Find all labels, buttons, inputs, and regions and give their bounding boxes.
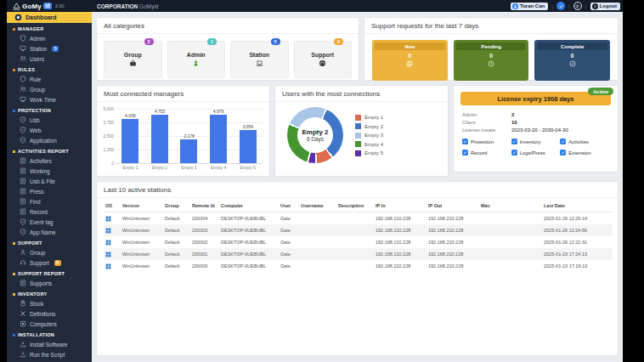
sidebar-section-activities-report: ACTIVITIES REPORT bbox=[7, 145, 92, 156]
cell-remote-id: 200000 bbox=[190, 260, 219, 272]
cell-version: WinUnknown bbox=[121, 260, 163, 272]
shield-check-icon bbox=[20, 116, 26, 123]
sidebar-item-badge: 0 bbox=[54, 260, 61, 266]
sidebar-item-application[interactable]: Application bbox=[7, 135, 92, 145]
cell-username bbox=[299, 212, 336, 225]
column-header-mac[interactable]: Mac bbox=[479, 200, 542, 212]
sidebar-item-install-software[interactable]: Install Software bbox=[7, 339, 92, 349]
column-header-os[interactable]: OS bbox=[104, 200, 121, 212]
app-logo[interactable]: GoMy id 3.60 bbox=[7, 3, 92, 10]
active-stations-card: Last 10 active stations OSVersionGroupRe… bbox=[96, 181, 619, 356]
category-tile-group[interactable]: 2Group bbox=[104, 41, 162, 78]
report-icon bbox=[20, 157, 26, 164]
managers-chart-title: Most connected managers bbox=[97, 86, 269, 102]
logout-button[interactable]: Logout bbox=[590, 3, 620, 10]
sidebar-item-label: Group bbox=[30, 250, 45, 256]
sidebar-item-badge: 5 bbox=[52, 46, 59, 52]
sidebar-item-computers[interactable]: Computers bbox=[7, 319, 92, 329]
sidebar-item-group[interactable]: Group bbox=[7, 247, 92, 257]
sidebar-item-activities[interactable]: Activities bbox=[7, 156, 92, 166]
column-header-group[interactable]: Group bbox=[163, 200, 190, 212]
cell-description bbox=[336, 236, 374, 248]
sidebar-item-definitions[interactable]: Definitions bbox=[7, 308, 92, 319]
checkbox-checked-icon[interactable] bbox=[560, 139, 566, 144]
cell-version: WinUnknown bbox=[121, 248, 163, 260]
column-header-version[interactable]: Version bbox=[121, 200, 163, 212]
sidebar-item-label: App Name bbox=[30, 229, 56, 235]
sidebar-item-event-tag[interactable]: Event tag bbox=[7, 217, 92, 227]
cell-ip-out: 192.168.210.228 bbox=[427, 224, 479, 236]
column-header-last-date[interactable]: Last Date bbox=[542, 200, 613, 212]
category-tile-support[interactable]: 0Support bbox=[294, 41, 353, 78]
os-windows-icon bbox=[104, 248, 121, 260]
cell-computer: DESKTOP-0UEBUBL bbox=[219, 212, 279, 225]
cell-mac bbox=[479, 224, 542, 236]
sidebar-item-stock[interactable]: Stock bbox=[7, 298, 92, 308]
column-header-ip-in[interactable]: IP In bbox=[374, 200, 427, 212]
table-row[interactable]: WinUnknownDefault200003DESKTOP-0UEBUBLGa… bbox=[104, 224, 613, 236]
support-tile-new[interactable]: New0 bbox=[372, 40, 448, 81]
checkbox-checked-icon[interactable] bbox=[560, 150, 566, 156]
column-header-remote-id[interactable]: Remote Id bbox=[190, 200, 219, 212]
checkbox-checked-icon[interactable] bbox=[511, 150, 517, 156]
support-tile-pending[interactable]: Pending0 bbox=[454, 40, 529, 81]
table-row[interactable]: WinUnknownDefault200004DESKTOP-0UEBUBLGa… bbox=[104, 212, 613, 225]
table-row[interactable]: WinUnknownDefault200000DESKTOP-0UEBUBLGa… bbox=[104, 260, 613, 272]
sidebar-section-support: SUPPORT bbox=[7, 237, 92, 247]
column-header-user[interactable]: User bbox=[279, 200, 299, 212]
category-tile-station[interactable]: 5Station bbox=[230, 41, 289, 78]
checkbox-checked-icon[interactable] bbox=[511, 139, 517, 144]
bar-rect[interactable] bbox=[180, 139, 197, 163]
section-dot bbox=[13, 28, 15, 31]
sidebar-item-usb[interactable]: Usb bbox=[7, 115, 92, 125]
sidebar-item-app-name[interactable]: App Name bbox=[7, 227, 92, 237]
sidebar-section-label: SUPPORT REPORT bbox=[18, 271, 65, 276]
sidebar-item-support[interactable]: Support0 bbox=[7, 257, 92, 268]
sidebar-item-rule[interactable]: Rule bbox=[7, 74, 92, 84]
sidebar-item-working[interactable]: Working bbox=[7, 166, 92, 176]
sidebar-item-dashboard[interactable]: Dashboard bbox=[7, 12, 92, 23]
bar-rect[interactable] bbox=[151, 115, 168, 163]
shield-check-icon bbox=[20, 127, 26, 133]
license-feature-label: Activities bbox=[568, 139, 589, 144]
sidebar-item-record[interactable]: Record bbox=[7, 206, 92, 217]
sidebar-item-run-the-script[interactable]: Run the Script bbox=[7, 349, 92, 359]
support-tile-complete[interactable]: Complete0 bbox=[534, 40, 610, 81]
sidebar-item-users[interactable]: Users bbox=[7, 54, 92, 64]
stations-table-header: OSVersionGroupRemote IdComputerUserUsern… bbox=[104, 200, 613, 212]
verified-check-icon[interactable] bbox=[556, 2, 565, 10]
support-tile-header: New bbox=[375, 42, 445, 50]
license-field-value: 2 bbox=[511, 112, 514, 117]
sidebar-item-admin[interactable]: Admin bbox=[7, 33, 92, 43]
checkbox-checked-icon[interactable] bbox=[462, 150, 468, 156]
sidebar-item-group[interactable]: Group bbox=[7, 84, 92, 94]
table-row[interactable]: WinUnknownDefault200002DESKTOP-0UEBUBLGa… bbox=[104, 236, 613, 248]
bar-rect[interactable] bbox=[210, 115, 227, 163]
column-header-description[interactable]: Description bbox=[336, 200, 374, 212]
brand-text: GoMy bbox=[22, 3, 42, 10]
checkbox-checked-icon[interactable] bbox=[462, 139, 468, 144]
user-button[interactable]: Turan Can bbox=[511, 3, 548, 10]
sidebar-item-usb-file[interactable]: Usb & File bbox=[7, 176, 92, 186]
sidebar-item-station[interactable]: Station5 bbox=[7, 43, 92, 54]
sidebar-item-web[interactable]: Web bbox=[7, 125, 92, 135]
column-header-username[interactable]: Username bbox=[299, 200, 336, 212]
sidebar-item-label: Web bbox=[30, 127, 41, 133]
bar-rect[interactable] bbox=[121, 119, 138, 163]
sidebar-section-label: RULES bbox=[18, 67, 35, 72]
category-tile-admin[interactable]: 1Admin bbox=[167, 41, 226, 78]
all-categories-card: All categories 2Group1Admin5Station0Supp… bbox=[96, 17, 359, 81]
sidebar-item-press[interactable]: Press bbox=[7, 186, 92, 196]
column-header-ip-out[interactable]: IP Out bbox=[427, 200, 479, 212]
install-icon bbox=[20, 341, 26, 348]
column-header-computer[interactable]: Computer bbox=[219, 200, 279, 212]
sidebar-item-work-time[interactable]: Work Time bbox=[7, 94, 92, 105]
section-dot bbox=[13, 293, 15, 296]
shield-check-icon bbox=[20, 137, 26, 144]
bar-rect[interactable] bbox=[240, 130, 257, 163]
table-row[interactable]: WinUnknownDefault200001DESKTOP-0UEBUBLGa… bbox=[104, 248, 613, 260]
shield-check-icon bbox=[20, 218, 26, 225]
settings-gear-icon[interactable] bbox=[573, 2, 582, 10]
sidebar-item-find[interactable]: Find bbox=[7, 196, 92, 206]
sidebar-item-supports[interactable]: Supports bbox=[7, 278, 92, 288]
